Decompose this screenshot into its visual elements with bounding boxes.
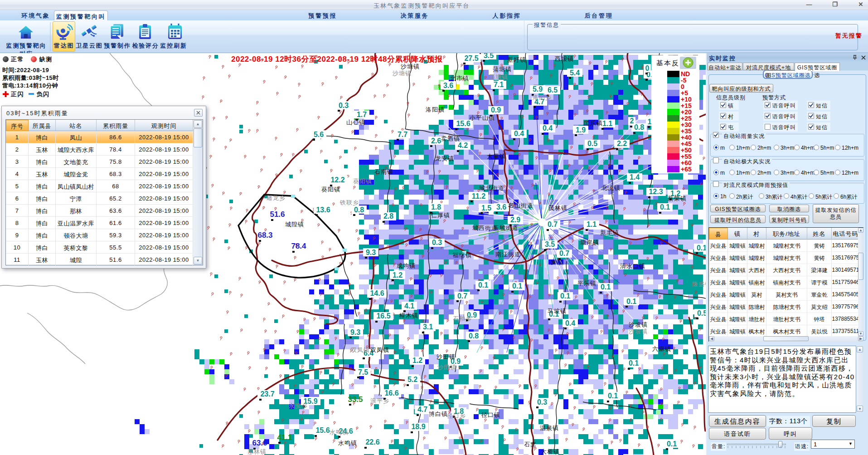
svg-text:15.6: 15.6: [315, 426, 330, 434]
svg-text:玉城街道: 玉城街道: [493, 225, 519, 231]
svg-text:基本反: 基本反: [656, 59, 679, 67]
svg-text:0.4: 0.4: [543, 124, 553, 132]
svg-text:0.4: 0.4: [514, 130, 524, 137]
svg-text:4.1: 4.1: [404, 302, 414, 310]
svg-text:2.8: 2.8: [383, 212, 393, 220]
svg-text:12.2: 12.2: [330, 176, 344, 184]
svg-text:清水口镇: 清水口镇: [620, 263, 645, 269]
svg-text:樟木镇: 樟木镇: [399, 312, 418, 319]
svg-text:1.1: 1.1: [587, 220, 596, 228]
svg-text:0.7: 0.7: [559, 250, 569, 257]
svg-text:1.1: 1.1: [602, 120, 612, 127]
svg-text:0.1: 0.1: [697, 244, 706, 252]
svg-text:41.1: 41.1: [277, 433, 292, 442]
svg-text:68.3: 68.3: [257, 231, 272, 240]
svg-text:22.6: 22.6: [365, 438, 379, 446]
svg-text:1.2: 1.2: [412, 357, 422, 364]
svg-text:茂林镇: 茂林镇: [548, 205, 567, 211]
svg-text:9.3: 9.3: [366, 249, 376, 256]
svg-text:洛阳乡: 洛阳乡: [533, 94, 552, 101]
svg-text:0.1: 0.1: [560, 292, 570, 300]
svg-text:3.5: 3.5: [545, 240, 555, 248]
svg-text:5.6: 5.6: [314, 131, 324, 138]
svg-text:2022-08-19 12时36分至2022-08-19 1: 2022-08-19 12时36分至2022-08-19 12时48分累积降水预…: [231, 55, 443, 64]
svg-text:六麻镇: 六麻镇: [652, 346, 671, 352]
svg-text:9.3: 9.3: [350, 328, 360, 336]
svg-text:11.2: 11.2: [472, 192, 485, 200]
svg-text:27.5: 27.5: [464, 54, 478, 62]
svg-text:葵阳镇: 葵阳镇: [321, 186, 340, 193]
svg-text:51.6: 51.6: [270, 210, 285, 219]
svg-text:民乐镇: 民乐镇: [584, 120, 603, 127]
svg-text:16.6: 16.6: [384, 389, 398, 397]
svg-text:2.2: 2.2: [617, 140, 627, 147]
svg-text:罗镇: 罗镇: [551, 259, 563, 266]
svg-text:6.5: 6.5: [548, 86, 558, 94]
svg-text:33.5: 33.5: [348, 395, 363, 404]
svg-text:沙塘镇: 沙塘镇: [393, 70, 412, 77]
svg-text:78.4: 78.4: [291, 242, 306, 250]
svg-text:0: 0: [645, 64, 650, 72]
svg-text:16.5: 16.5: [376, 312, 390, 320]
svg-text:0.1: 0.1: [601, 283, 611, 291]
svg-text:5.4: 5.4: [570, 69, 580, 77]
svg-text:0.9: 0.9: [491, 106, 501, 114]
svg-text:0.1: 0.1: [478, 281, 488, 289]
svg-text:4.2: 4.2: [458, 142, 468, 149]
svg-text:仁厚镇: 仁厚镇: [431, 212, 450, 219]
svg-text:塘岸镇: 塘岸镇: [580, 239, 599, 246]
svg-text:0.8: 0.8: [469, 332, 479, 340]
svg-text:成均镇: 成均镇: [397, 262, 416, 269]
svg-text:0.8: 0.8: [354, 206, 364, 214]
svg-text:双凤镇: 双凤镇: [370, 347, 389, 353]
svg-text:5.9: 5.9: [533, 85, 543, 93]
svg-text:3.6: 3.6: [443, 82, 453, 89]
svg-text:城北街道: 城北街道: [479, 185, 504, 191]
svg-text:0.3: 0.3: [432, 239, 442, 246]
svg-text:大里镇: 大里镇: [487, 153, 506, 160]
svg-text:浪平乡: 浪平乡: [370, 397, 389, 404]
svg-text:+65: +65: [681, 166, 692, 173]
svg-text:名山街道: 名山街道: [508, 202, 533, 209]
svg-text:0.5: 0.5: [587, 140, 597, 147]
svg-text:0.1: 0.1: [667, 440, 677, 448]
svg-text:1.7: 1.7: [357, 111, 367, 118]
svg-text:1.4: 1.4: [630, 173, 640, 181]
svg-text:0.1: 0.1: [660, 203, 670, 211]
svg-text:3.6: 3.6: [496, 203, 506, 211]
svg-text:0.7: 0.7: [548, 220, 558, 228]
svg-text:径口乡: 径口乡: [446, 412, 466, 419]
svg-text:平乐镇: 平乐镇: [577, 280, 596, 287]
svg-text:4.7: 4.7: [417, 406, 427, 413]
svg-text:石南镇: 石南镇: [374, 168, 393, 175]
svg-text:18.9: 18.9: [411, 423, 425, 431]
svg-text:新圩镇: 新圩镇: [507, 56, 526, 63]
svg-text:新丰镇: 新丰镇: [600, 229, 619, 236]
svg-text:卖酒镇: 卖酒镇: [441, 135, 460, 142]
svg-text:1.5: 1.5: [481, 204, 491, 212]
svg-text:博白镇: 博白镇: [429, 411, 448, 417]
svg-text:石和乡: 石和乡: [453, 315, 472, 322]
svg-text:铁联乡: 铁联乡: [339, 199, 359, 206]
svg-text:双凤镇: 双凤镇: [350, 347, 370, 353]
svg-text:西埌镇: 西埌镇: [555, 55, 574, 62]
svg-text:隆盛镇: 隆盛镇: [692, 281, 706, 288]
svg-text:城隍镇: 城隍镇: [285, 221, 304, 228]
svg-text:0.8: 0.8: [634, 123, 644, 131]
svg-text:0.1: 0.1: [626, 298, 636, 305]
svg-text:2.6: 2.6: [431, 137, 441, 145]
svg-text:0.4: 0.4: [565, 319, 575, 327]
svg-text:1.9: 1.9: [576, 126, 586, 134]
svg-text:3.1: 3.1: [423, 323, 433, 331]
svg-text:0.3: 0.3: [339, 102, 349, 109]
svg-text:14.6: 14.6: [370, 289, 384, 297]
svg-text:径口镇: 径口镇: [481, 411, 500, 418]
svg-text:小平山镇: 小平山镇: [469, 114, 495, 121]
svg-text:0.3: 0.3: [537, 398, 547, 406]
svg-text:23.7: 23.7: [260, 390, 274, 398]
svg-text:15.6: 15.6: [456, 120, 470, 127]
svg-text:北市镇: 北市镇: [450, 75, 469, 82]
svg-text:沙田镇: 沙田镇: [437, 364, 456, 371]
svg-text:蟠龙乡: 蟠龙乡: [267, 195, 286, 201]
svg-text:永安乡: 永安乡: [289, 402, 308, 409]
